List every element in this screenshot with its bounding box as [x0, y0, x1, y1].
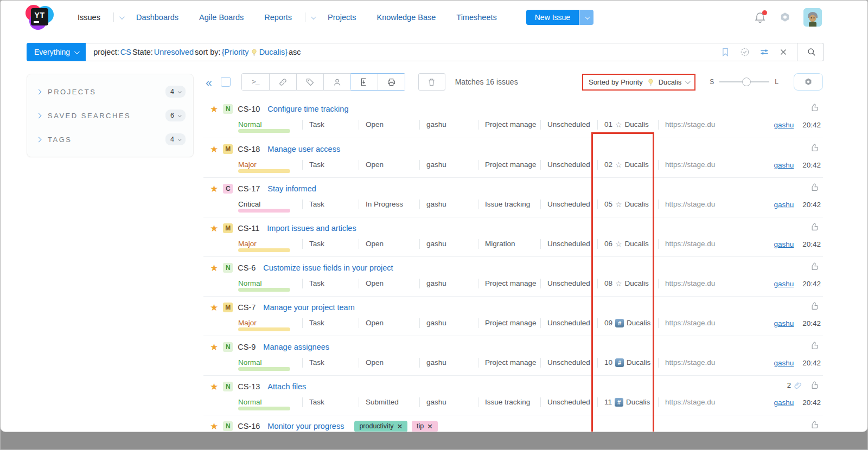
link-issues-button[interactable] — [269, 74, 296, 90]
search-icon[interactable] — [806, 47, 817, 57]
subsystem-value[interactable]: Project manage — [478, 120, 540, 130]
thumbs-up-icon[interactable] — [809, 102, 820, 113]
url-value[interactable]: https://stage.du — [658, 120, 774, 130]
issue-title-link[interactable]: Configure time tracking — [267, 105, 348, 113]
filter-sliders-icon[interactable] — [759, 47, 770, 57]
print-issues-button[interactable] — [378, 74, 405, 90]
issue-title-link[interactable]: Import issues and articles — [267, 224, 356, 233]
state-value[interactable]: Submitted — [359, 397, 419, 407]
issue-title-link[interactable]: Manage assignees — [263, 343, 329, 351]
type-value[interactable]: Task — [302, 358, 359, 368]
ducalis-rank-value[interactable]: 05 ☆ Ducalis — [597, 200, 658, 209]
state-value[interactable]: Open — [359, 160, 419, 170]
tags-count-badge[interactable]: 4 — [165, 133, 186, 145]
type-value[interactable]: Task — [302, 397, 359, 407]
assignee-value[interactable]: gashu — [419, 120, 478, 130]
sprint-value[interactable]: Unscheduled — [540, 200, 597, 209]
nav-item-timesheets[interactable]: Timesheets — [456, 11, 496, 24]
thumbs-up-icon[interactable] — [809, 182, 820, 192]
priority-value[interactable]: Normal — [238, 279, 262, 287]
select-all-checkbox[interactable] — [221, 77, 231, 87]
sprint-value[interactable]: Unscheduled — [540, 358, 597, 368]
thumbs-up-icon[interactable] — [809, 380, 820, 390]
nav-item-dashboards[interactable]: Dashboards — [136, 11, 178, 24]
tag-remove-icon[interactable]: ✕ — [397, 422, 403, 430]
thumbs-up-icon[interactable] — [809, 143, 820, 153]
assignee-value[interactable]: gashu — [419, 160, 478, 170]
user-avatar[interactable] — [803, 8, 822, 27]
tag-chip[interactable]: tip✕ — [412, 421, 438, 432]
favorite-star-icon[interactable]: ★ — [210, 183, 218, 195]
clear-search-icon[interactable] — [778, 47, 788, 57]
issue-row[interactable]: ★ M CS-11 Import issues and articles Maj… — [203, 217, 823, 256]
sprint-value[interactable]: Unscheduled — [540, 279, 597, 288]
export-issues-button[interactable] — [350, 74, 378, 90]
assignee-value[interactable]: gashu — [419, 200, 478, 209]
assignee-value[interactable]: gashu — [419, 318, 478, 328]
issue-title-link[interactable]: Monitor your progress — [267, 422, 344, 430]
issue-row[interactable]: ★ N CS-13 Attach files 2 Normal Task Sub… — [203, 375, 823, 415]
updater-link[interactable]: gashu — [774, 201, 794, 209]
assignee-value[interactable]: gashu — [419, 279, 478, 288]
type-value[interactable]: Task — [302, 279, 359, 288]
sprint-value[interactable]: Unscheduled — [540, 318, 597, 328]
collapse-sidebar-icon[interactable]: « — [203, 76, 214, 88]
favorite-star-icon[interactable]: ★ — [210, 104, 218, 115]
issue-title-link[interactable]: Attach files — [267, 382, 306, 391]
projects-count-badge[interactable]: 4 — [165, 86, 186, 98]
row-size-slider[interactable] — [719, 78, 769, 86]
favorite-star-icon[interactable]: ★ — [210, 421, 218, 432]
updater-link[interactable]: gashu — [774, 319, 794, 327]
issue-row[interactable]: ★ N CS-16 Monitor your progress producti… — [203, 415, 823, 432]
subsystem-value[interactable]: Migration — [478, 239, 540, 249]
state-value[interactable]: Open — [359, 358, 419, 368]
updater-link[interactable]: gashu — [774, 161, 794, 169]
issue-row[interactable]: ★ M CS-18 Manage user access Major Task … — [203, 138, 823, 177]
state-value[interactable]: Open — [359, 239, 419, 249]
assignee-value[interactable]: gashu — [419, 358, 478, 368]
priority-value[interactable]: Major — [238, 160, 257, 169]
subsystem-value[interactable]: Project manage — [478, 358, 540, 368]
slider-knob[interactable] — [742, 78, 751, 86]
favorite-star-icon[interactable]: ★ — [210, 262, 218, 274]
sprint-value[interactable]: Unscheduled — [540, 160, 597, 170]
thumbs-up-icon[interactable] — [809, 261, 820, 272]
sprint-value[interactable]: Unscheduled — [540, 239, 597, 249]
nav-item-issues[interactable]: Issues — [78, 11, 100, 24]
thumbs-up-icon[interactable] — [809, 301, 820, 311]
bookmark-icon[interactable] — [720, 47, 731, 57]
issue-title-link[interactable]: Customize issue fields in your project — [263, 263, 393, 272]
url-value[interactable]: https://stage.du — [658, 397, 774, 407]
issue-title-link[interactable]: Manage user access — [267, 145, 340, 153]
sprint-value[interactable]: Unscheduled — [540, 120, 597, 130]
type-value[interactable]: Task — [302, 120, 359, 130]
updater-link[interactable]: gashu — [774, 280, 794, 288]
sidebar-item-tags[interactable]: TAGS 4 — [27, 127, 193, 151]
delete-issues-button[interactable] — [418, 73, 445, 91]
sorted-by-dropdown[interactable]: Sorted by Priority Ducalis — [582, 74, 695, 91]
thumbs-up-icon[interactable] — [809, 222, 820, 232]
state-value[interactable]: Open — [359, 120, 419, 130]
updater-link[interactable]: gashu — [774, 240, 794, 248]
ducalis-rank-value[interactable]: 09 # Ducalis — [597, 318, 658, 328]
issue-row[interactable]: ★ N CS-6 Customize issue fields in your … — [203, 256, 823, 296]
url-value[interactable]: https://stage.du — [658, 200, 774, 209]
assign-user-button[interactable] — [323, 74, 350, 90]
search-query[interactable]: project: CS State: Unresolved sort by: {… — [86, 48, 713, 56]
favorite-star-icon[interactable]: ★ — [210, 381, 218, 393]
ducalis-rank-value[interactable]: 10 # Ducalis — [597, 358, 658, 368]
updater-link[interactable]: gashu — [774, 398, 794, 407]
priority-value[interactable]: Normal — [238, 358, 262, 367]
chevron-down-icon[interactable] — [119, 14, 125, 20]
thumbs-up-icon[interactable] — [809, 420, 820, 430]
subsystem-value[interactable]: Project manage — [478, 160, 540, 170]
assignee-value[interactable]: gashu — [419, 239, 478, 249]
settings-nut-icon[interactable] — [778, 11, 792, 24]
ducalis-rank-value[interactable]: 02 ☆ Ducalis — [597, 160, 658, 170]
saved-searches-count-badge[interactable]: 6 — [165, 110, 186, 121]
nav-item-knowledge-base[interactable]: Knowledge Base — [377, 11, 436, 24]
priority-value[interactable]: Major — [238, 319, 257, 327]
add-tag-button[interactable] — [296, 74, 323, 90]
nav-item-reports[interactable]: Reports — [264, 11, 292, 24]
updater-link[interactable]: gashu — [774, 121, 794, 129]
